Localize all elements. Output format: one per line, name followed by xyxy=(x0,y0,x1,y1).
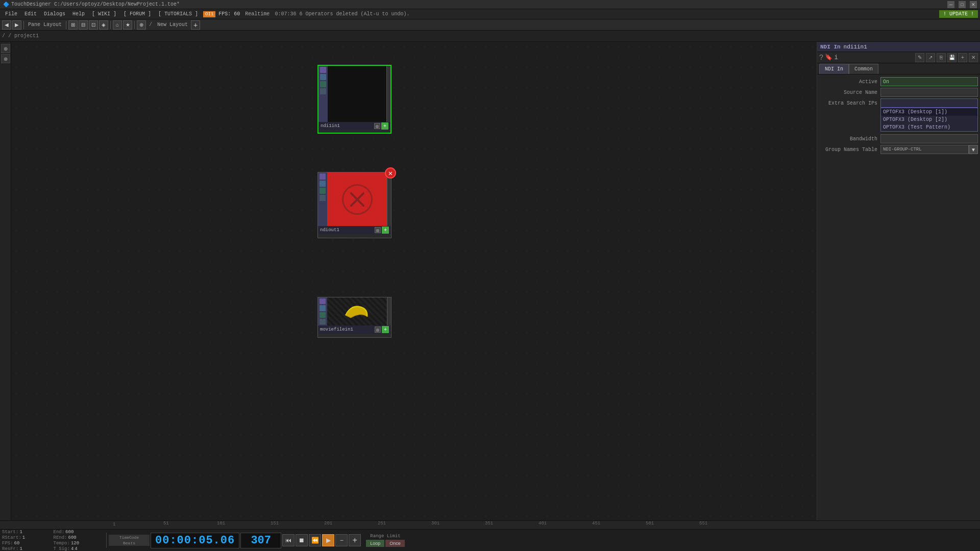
panel-btn-copy[interactable]: ⎘ xyxy=(937,53,946,62)
node-icon-brush[interactable] xyxy=(320,74,326,80)
panel-btn-arrow[interactable]: ↗ xyxy=(926,53,935,62)
tab-common[interactable]: Common xyxy=(849,64,878,74)
panel-question-icon[interactable]: ? xyxy=(819,54,823,62)
toolbar-star[interactable]: ★ xyxy=(123,20,132,30)
sidebar-btn-2[interactable]: ⊗ xyxy=(1,54,10,63)
toolbar-back[interactable]: ◀ xyxy=(2,20,11,30)
node-ndiin[interactable]: ndi1in1 ▤ + xyxy=(317,65,391,134)
tc-end-label: End: xyxy=(54,530,65,535)
banana-image xyxy=(343,303,371,320)
timeline: 1 51 101 151 201 251 301 351 401 451 501… xyxy=(0,520,980,551)
tab-bar: / / project1 xyxy=(0,31,980,42)
ndi-source-option-3[interactable]: OPTOFX3 (Test Pattern) xyxy=(881,123,977,131)
tc-time-display[interactable]: 00:00:05.06 xyxy=(151,533,239,548)
node-ndiout-scrollbar[interactable] xyxy=(387,172,391,226)
menu-forum[interactable]: [ FORUM ] xyxy=(120,10,154,18)
menu-edit[interactable]: Edit xyxy=(21,10,40,18)
param-active-label: Active xyxy=(819,79,880,85)
tab-ndiin[interactable]: NDI In xyxy=(819,64,849,74)
param-ndi-dropdown[interactable] xyxy=(880,98,978,108)
node-ndiout[interactable]: ✕ ndiout1 ▤ + xyxy=(317,172,391,238)
node-ndiin-name: ndi1in1 xyxy=(321,123,340,129)
toolbar-forward[interactable]: ▶ xyxy=(12,20,21,30)
node-moviefilein-plus[interactable]: + xyxy=(382,326,389,333)
menu-help[interactable]: Help xyxy=(69,10,88,18)
param-group-names-value[interactable]: NDI-GROUP-CTRL xyxy=(880,145,969,154)
node-moviefilein-settings[interactable]: ▤ xyxy=(375,327,381,333)
toolbar-btn1[interactable]: ⊞ xyxy=(68,20,78,30)
menu-file[interactable]: File xyxy=(2,10,20,18)
tc-end-value: 600 xyxy=(65,530,74,535)
panel-bookmark-icon[interactable]: 🔖 xyxy=(825,54,832,61)
menu-bar: File Edit Dialogs Help [ WIKI ] [ FORUM … xyxy=(0,9,980,19)
node-icon-gear[interactable] xyxy=(320,67,326,73)
panel-btn-edit[interactable]: ✎ xyxy=(915,53,924,62)
menu-wiki[interactable]: [ WIKI ] xyxy=(89,10,119,18)
tc-plus[interactable]: + xyxy=(349,534,361,546)
add-layout-btn[interactable]: + xyxy=(191,20,200,30)
node-icon-circle3[interactable] xyxy=(320,319,326,324)
panel-btn-save[interactable]: 💾 xyxy=(947,53,957,62)
toolbar-btn3[interactable]: ⊡ xyxy=(89,20,98,30)
node-icon-circle[interactable] xyxy=(320,88,326,94)
tc-skip-back[interactable]: ⏮ xyxy=(282,534,295,546)
update-button[interactable]: ! UPDATE ! xyxy=(939,10,978,18)
param-source-input[interactable] xyxy=(880,88,978,97)
toolbar-btn2[interactable]: ⊟ xyxy=(79,20,88,30)
sidebar-btn-1[interactable]: ⊕ xyxy=(1,44,10,53)
node-moviefilein-scrollbar[interactable] xyxy=(387,297,391,325)
tab-path-separator: / xyxy=(2,33,5,39)
node-ndiout-settings[interactable]: ▤ xyxy=(375,227,381,233)
node-icon-brush3[interactable] xyxy=(320,305,326,311)
error-circle xyxy=(342,184,373,215)
menu-tutorials[interactable]: [ TUTORIALS ] xyxy=(155,10,201,18)
panel-btn-plus[interactable]: + xyxy=(958,53,967,62)
node-ndiin-scrollbar[interactable] xyxy=(386,66,390,122)
panel-info-icon[interactable]: i xyxy=(834,54,838,61)
panel-btn-close[interactable]: ✕ xyxy=(969,53,978,62)
tc-beats-label[interactable]: Beats xyxy=(109,540,150,546)
node-ndiout-plus[interactable]: + xyxy=(382,227,389,234)
tc-loop-btn[interactable]: Loop xyxy=(366,540,384,547)
tc-once-btn[interactable]: Once xyxy=(385,540,405,547)
tc-rstart: RStart: 1 xyxy=(2,535,53,540)
maximize-button[interactable]: □ xyxy=(959,1,966,8)
tc-transport: ⏮ ⏹ ⏪ ▶ − + xyxy=(282,534,361,546)
group-names-dropdown-btn[interactable]: ▼ xyxy=(969,145,978,154)
tc-step-forward[interactable]: − xyxy=(335,534,348,546)
toolbar-home[interactable]: ⌂ xyxy=(113,20,122,30)
node-icon-brush2[interactable] xyxy=(320,181,326,187)
toolbar-btn4[interactable]: ◈ xyxy=(99,20,108,30)
tc-frame-display[interactable]: 307 xyxy=(240,533,281,548)
node-icon-gear2[interactable] xyxy=(320,173,326,180)
tc-start-value: 1 xyxy=(19,530,22,535)
tc-tempo-label: Tempo: xyxy=(54,541,70,546)
close-button[interactable]: ✕ xyxy=(970,1,977,8)
menu-dialogs[interactable]: Dialogs xyxy=(41,10,68,18)
tc-play[interactable]: ▶ xyxy=(322,534,334,546)
ndi-source-option-2[interactable]: OPTOFX3 (Desktop [2]) xyxy=(881,116,977,123)
tc-stop[interactable]: ⏹ xyxy=(296,534,308,546)
param-active-value[interactable]: On xyxy=(880,77,978,86)
node-icon-gear3[interactable] xyxy=(320,298,326,304)
node-icon-arrow[interactable] xyxy=(320,81,326,87)
tc-step-back[interactable]: ⏪ xyxy=(309,534,321,546)
node-icon-arrow3[interactable] xyxy=(320,312,326,318)
new-layout-btn[interactable]: New Layout xyxy=(155,22,190,28)
canvas-area[interactable]: ndi1in1 ▤ + ✕ xyxy=(11,42,817,520)
node-icon-arrow2[interactable] xyxy=(320,188,326,194)
right-panel-header: NDI In ndi1in1 xyxy=(817,42,980,52)
tc-timecode-label[interactable]: TimeCode xyxy=(109,535,150,540)
param-bandwidth-value[interactable] xyxy=(880,134,978,143)
title-bar: 🔷 TouchDesigner C:/Users/optoyz/Desktop/… xyxy=(0,0,980,9)
ndi-source-dropdown-list[interactable]: OPTOFX3 (Desktop [1]) OPTOFX3 (Desktop [… xyxy=(880,108,978,132)
node-icon-circle2[interactable] xyxy=(320,195,326,201)
node-ndiin-settings[interactable]: ▤ xyxy=(374,123,380,129)
tc-start: Start: 1 xyxy=(2,530,53,535)
minimize-button[interactable]: ─ xyxy=(947,1,954,8)
node-ndiout-preview xyxy=(327,172,387,226)
node-ndiin-plus[interactable]: + xyxy=(381,122,388,130)
ndi-source-option-1[interactable]: OPTOFX3 (Desktop [1]) xyxy=(881,108,977,116)
toolbar-nav[interactable]: ⊕ xyxy=(137,20,146,30)
node-moviefilein[interactable]: moviefilein1 ▤ + xyxy=(317,297,391,338)
